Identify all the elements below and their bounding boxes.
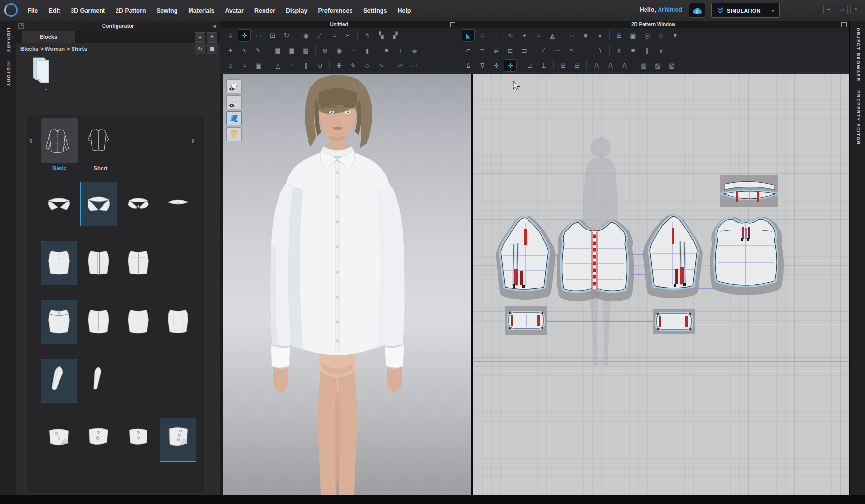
username[interactable]: Arhimed <box>658 6 682 13</box>
edit-point-tool-icon[interactable]: ∙ <box>490 29 503 42</box>
fabric-texture-toggle[interactable] <box>226 111 242 125</box>
buttonhole-tool-icon[interactable]: ─ <box>347 44 360 57</box>
cut-tool-icon[interactable]: ∕ <box>537 44 550 57</box>
block-thumb-collar-wide[interactable] <box>41 182 77 226</box>
curve-ruler-tool-icon[interactable]: ∿ <box>565 44 578 57</box>
grading-match-tool-icon[interactable]: ✜ <box>490 59 503 72</box>
menu-3d-garment[interactable]: 3D Garment <box>65 7 110 14</box>
rail-tab-library[interactable]: LIBRARY <box>5 28 12 53</box>
fold-arrangement-tool-icon[interactable]: ↰ <box>361 29 374 42</box>
pattern-piece-sleeve-left[interactable] <box>501 218 549 293</box>
button-tool-icon[interactable]: ⊕ <box>319 44 332 57</box>
garment-type-label-basic[interactable]: Basic <box>40 165 79 171</box>
trace-3d-tool-icon[interactable]: ▱ <box>408 59 421 72</box>
popup-window-icon[interactable] <box>18 23 24 29</box>
segment-sewing-tool-icon[interactable]: ∕ <box>313 29 326 42</box>
pattern-piece-collar[interactable] <box>720 175 778 207</box>
transform-pattern-tool-icon[interactable]: ◣ <box>462 29 475 42</box>
dock-collapse-icon[interactable]: ◄ <box>212 21 217 31</box>
trace-tool-icon[interactable]: ◭ <box>546 29 559 42</box>
zipper-tool-icon[interactable]: ▮ <box>361 44 374 57</box>
extend-tool-icon[interactable]: ⋯ <box>551 44 564 57</box>
close-button[interactable]: × <box>850 5 861 14</box>
scissors-tool-icon[interactable]: ✂ <box>394 59 407 72</box>
garment-type-label-short[interactable]: Short <box>81 165 120 171</box>
block-thumb-collar-point[interactable] <box>80 182 117 226</box>
fabric-grain-tool-icon[interactable]: ▨ <box>651 59 664 72</box>
show-garment-toggle[interactable] <box>226 79 242 93</box>
notch-tool-icon[interactable]: ∣ <box>579 44 592 57</box>
minimize-button[interactable]: – <box>823 5 834 14</box>
strengthen-tool-icon[interactable]: ∥ <box>299 59 312 72</box>
texture-edit-tool-icon[interactable]: ▦ <box>285 44 298 57</box>
edit-curve-tool-icon[interactable]: ∿ <box>504 29 517 42</box>
simulation-dropdown[interactable]: ▾ <box>766 3 780 18</box>
viewport3d-canvas[interactable] <box>223 74 473 495</box>
import-tool-icon[interactable]: ⇓ <box>224 29 237 42</box>
grid-numbers-tool-icon[interactable]: ⊟ <box>571 59 584 72</box>
menu-settings[interactable]: Settings <box>358 7 392 14</box>
garment-type-tab-basic[interactable] <box>41 118 78 163</box>
seam-tape-tool-icon[interactable]: ∥ <box>641 44 654 57</box>
grading-tool-icon[interactable]: ∆ <box>462 59 475 72</box>
block-thumb-cuff-angled[interactable] <box>41 418 77 462</box>
sync-position-tool-icon[interactable]: ✛ <box>504 59 517 72</box>
add-icon[interactable]: + <box>195 32 205 43</box>
pattern-piece-cuff-left[interactable] <box>505 306 547 335</box>
block-thumb-front-plain[interactable] <box>80 241 117 285</box>
select-box-tool-icon[interactable]: ▭ <box>252 29 265 42</box>
block-thumb-cuff-round[interactable] <box>80 418 117 462</box>
puckering-tool-icon[interactable]: ↑ <box>394 44 407 57</box>
arrange-garment-tool-icon[interactable]: ▤ <box>271 44 284 57</box>
steam-tool-icon[interactable]: ○ <box>285 59 298 72</box>
tape-tool-icon[interactable]: ∿ <box>238 44 251 57</box>
pressure-tool-icon[interactable]: △ <box>271 59 284 72</box>
block-thumb-collar-band[interactable] <box>160 182 196 226</box>
solidify-tool-icon[interactable]: ▣ <box>252 59 265 72</box>
edit-pattern-tool-icon[interactable]: ∷ <box>476 29 489 42</box>
block-thumb-sleeve-slim[interactable] <box>80 359 117 403</box>
block-thumb-front-buttons[interactable] <box>41 241 77 285</box>
flatten-tool-icon[interactable]: ◇ <box>361 59 374 72</box>
edit-curvature-tool-icon[interactable]: ≈ <box>532 29 545 42</box>
arrange-all-tool-icon[interactable]: ▞ <box>389 29 402 42</box>
prev-garment-chevron[interactable]: ‹ <box>29 134 33 145</box>
fold-3d-tool-icon[interactable]: ◈ <box>408 44 421 57</box>
pattern-piece-front-bodice[interactable] <box>562 222 628 295</box>
layer-tool-icon[interactable]: ▩ <box>299 44 312 57</box>
measure-tool-icon[interactable]: ✎ <box>252 44 265 57</box>
block-thumb-cuff-three-button[interactable] <box>160 418 196 462</box>
mirror-paste-tool-icon[interactable]: ⇄ <box>490 44 503 57</box>
arrange-front-tool-icon[interactable]: ▚ <box>375 29 388 42</box>
orbit-tool-icon[interactable]: ↻ <box>280 29 293 42</box>
shirring-tool-icon[interactable]: ∧ <box>613 44 626 57</box>
next-garment-chevron[interactable]: › <box>191 134 195 145</box>
free-sewing-tool-icon[interactable]: ≈ <box>327 29 340 42</box>
clo-logo-icon[interactable] <box>4 3 18 17</box>
rotate-text-tool-icon[interactable]: A <box>618 59 631 72</box>
list-view-icon[interactable]: ≣ <box>207 44 217 54</box>
hanger-tool-icon[interactable]: ⌂ <box>224 59 237 72</box>
breadcrumb[interactable]: Blocks > Woman > Shirts <box>16 43 220 55</box>
block-thumb-back-dart[interactable] <box>80 300 117 344</box>
undo-arrow-icon[interactable]: ↰ <box>207 32 217 43</box>
show-avatar-toggle[interactable] <box>226 95 242 109</box>
ellipse-tool-icon[interactable]: ● <box>593 29 606 42</box>
pattern-piece-back-bodice[interactable] <box>715 219 777 289</box>
menu-materials[interactable]: Materials <box>183 7 220 14</box>
rail-tab-object-browser[interactable]: OBJECT BROWSER <box>854 28 861 82</box>
menu-render[interactable]: Render <box>249 7 280 14</box>
garment-type-tab-short[interactable] <box>84 118 117 163</box>
rectangle-tool-icon[interactable]: ■ <box>579 29 592 42</box>
elastic-tool-icon[interactable]: ≡ <box>627 44 640 57</box>
polygon-tool-icon[interactable]: ▱ <box>565 29 578 42</box>
iron-tool-icon[interactable]: ⊥ <box>537 59 550 72</box>
block-thumb-back-yoke[interactable] <box>41 300 77 344</box>
cloud-account-button[interactable]: C <box>689 3 705 18</box>
maximize-button[interactable]: □ <box>837 5 848 14</box>
menu-sewing[interactable]: Sewing <box>151 7 183 14</box>
avatar-pose-tool-icon[interactable]: ✦ <box>224 44 237 57</box>
pattern-piece-sleeve-right[interactable] <box>649 216 697 292</box>
print-area-tool-icon[interactable]: ▥ <box>637 59 650 72</box>
bind-tool-icon[interactable]: ∪ <box>313 59 326 72</box>
